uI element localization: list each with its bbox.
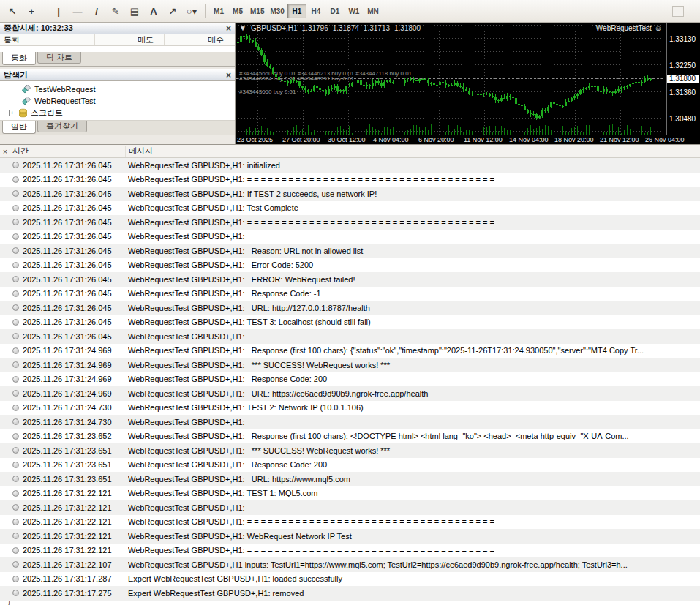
column-symbol[interactable]: 통화	[0, 34, 95, 45]
log-entry-icon	[12, 233, 19, 240]
log-row[interactable]: 2025.11.26 17:31:23.652WebRequestTest GB…	[0, 429, 700, 444]
log-row[interactable]: 2025.11.26 17:31:26.045WebRequestTest GB…	[0, 287, 700, 301]
log-row[interactable]: 2025.11.26 17:31:22.121WebRequestTest GB…	[0, 486, 700, 501]
shapes-tool-icon[interactable]: ○▾	[182, 2, 201, 20]
market-watch-title: 종합시세: 10:32:33	[4, 23, 73, 34]
toolbar-separator	[205, 4, 206, 18]
log-entry-icon	[12, 304, 19, 311]
log-row[interactable]: 2025.11.26 17:31:23.651WebRequestTest GB…	[0, 458, 700, 473]
terminal-partial-tab[interactable]: 그	[3, 598, 11, 605]
log-row[interactable]: 2025.11.26 17:31:22.121WebRequestTest GB…	[0, 515, 700, 530]
column-ask[interactable]: 매수	[165, 34, 234, 45]
log-row[interactable]: 2025.11.26 17:31:26.045WebRequestTest GB…	[0, 173, 700, 187]
tab-favorites[interactable]: 즐겨찾기	[37, 121, 87, 132]
log-row[interactable]: 2025.11.26 17:31:26.045WebRequestTest GB…	[0, 301, 700, 315]
nav-item-testwebrequest[interactable]: TestWebRequest	[0, 83, 235, 95]
log-row[interactable]: 2025.11.26 17:31:24.969WebRequestTest GB…	[0, 358, 700, 372]
log-row[interactable]: 2025.11.26 17:31:26.045WebRequestTest GB…	[0, 201, 700, 216]
timeframe-m30[interactable]: M30	[267, 4, 287, 18]
log-row[interactable]: 2025.11.26 17:31:22.107WebRequestTest GB…	[0, 557, 700, 572]
trendline-tool-icon[interactable]: /	[87, 2, 106, 20]
tab-common[interactable]: 일반	[2, 121, 36, 134]
chart-symbol: GBPUSD+,H1	[251, 24, 298, 32]
chart-panel[interactable]: ▼ GBPUSD+,H1 1.31796 1.31874 1.31713 1.3…	[236, 23, 700, 144]
log-message: WebRequestTest GBPUSD+,H1: ERROR: WebReq…	[128, 275, 700, 284]
window-button[interactable]	[672, 6, 684, 17]
log-entry-icon	[12, 405, 19, 411]
chart-plot-area[interactable]: ▼ GBPUSD+,H1 1.31796 1.31874 1.31713 1.3…	[236, 23, 666, 135]
close-icon[interactable]: ×	[226, 24, 231, 33]
symbol-dropdown-icon[interactable]: ▼	[239, 24, 246, 32]
log-time: 2025.11.26 17:31:22.121	[23, 546, 124, 555]
log-row[interactable]: 2025.11.26 17:31:22.121WebRequestTest GB…	[0, 500, 700, 515]
log-row[interactable]: 2025.11.26 17:31:24.969WebRequestTest GB…	[0, 372, 700, 387]
crosshair-tool-icon[interactable]: +	[22, 2, 41, 20]
timeframe-m15[interactable]: M15	[247, 4, 267, 18]
timeframe-h4[interactable]: H4	[306, 4, 325, 18]
log-entry-icon	[12, 462, 19, 468]
log-row[interactable]: 2025.11.26 17:31:24.730WebRequestTest GB…	[0, 415, 700, 429]
tab-symbols[interactable]: 통화	[2, 52, 36, 65]
log-message: WebRequestTest GBPUSD+,H1: Response Code…	[128, 460, 700, 469]
log-row[interactable]: 2025.11.26 17:31:24.969WebRequestTest GB…	[0, 386, 700, 401]
date-axis[interactable]: 23 Oct 202527 Oct 20:0030 Oct 12:004 Nov…	[236, 135, 700, 144]
log-row[interactable]: 2025.11.26 17:31:22.121WebRequestTest GB…	[0, 544, 700, 558]
log-row[interactable]: 2025.11.26 17:31:26.045WebRequestTest GB…	[0, 158, 700, 173]
log-row[interactable]: 2025.11.26 17:31:24.969WebRequestTest GB…	[0, 344, 700, 358]
log-message: WebRequestTest GBPUSD+,H1:	[128, 332, 700, 341]
column-message[interactable]: 메시지	[126, 146, 153, 157]
horizontal-line-tool-icon[interactable]: —	[68, 2, 87, 20]
cursor-tool-icon[interactable]: ↖	[3, 2, 22, 20]
log-time: 2025.11.26 17:31:26.045	[23, 161, 124, 170]
log-row[interactable]: 2025.11.26 17:31:26.045WebRequestTest GB…	[0, 244, 700, 258]
close-icon[interactable]: ×	[0, 147, 10, 156]
ea-smiley-icon[interactable]: ☺	[655, 24, 662, 32]
log-row[interactable]: 2025.11.26 17:31:26.045WebRequestTest GB…	[0, 215, 700, 230]
log-row[interactable]: 2025.11.26 17:31:23.651WebRequestTest GB…	[0, 443, 700, 458]
vertical-line-tool-icon[interactable]: |	[49, 2, 68, 20]
log-message: WebRequestTest GBPUSD+,H1: URL: http://1…	[128, 304, 700, 312]
nav-item-webrequesttest[interactable]: WebRequestTest	[0, 95, 235, 107]
timeframe-h1[interactable]: H1	[287, 4, 306, 18]
tab-tick-chart[interactable]: 틱 차트	[37, 52, 81, 64]
timeframe-m5[interactable]: M5	[228, 4, 247, 18]
fibonacci-tool-icon[interactable]: ▤	[125, 2, 144, 20]
log-row[interactable]: 2025.11.26 17:31:17.275Expert WebRequest…	[0, 586, 700, 601]
price-axis[interactable]: 1.331301.322501.313601.304801.31800	[666, 23, 700, 135]
log-time: 2025.11.26 17:31:26.045	[23, 218, 124, 227]
log-row[interactable]: 2025.11.26 17:31:26.045WebRequestTest GB…	[0, 258, 700, 273]
nav-item-label: 스크립트	[31, 108, 63, 119]
arrows-tool-icon[interactable]: ↗	[163, 2, 182, 20]
log-row[interactable]: 2025.11.26 17:31:26.045WebRequestTest GB…	[0, 272, 700, 287]
column-bid[interactable]: 매도	[95, 34, 165, 45]
log-time: 2025.11.26 17:31:24.969	[23, 375, 124, 383]
toolbar-separator	[45, 4, 45, 18]
log-row[interactable]: 2025.11.26 17:31:22.121WebRequestTest GB…	[0, 529, 700, 544]
log-row[interactable]: 2025.11.26 17:31:23.651WebRequestTest GB…	[0, 472, 700, 486]
timeframe-d1[interactable]: D1	[325, 4, 345, 18]
log-entry-icon	[12, 361, 19, 368]
text-tool-icon[interactable]: A	[144, 2, 163, 20]
log-row[interactable]: 2025.11.26 17:31:26.045WebRequestTest GB…	[0, 315, 700, 330]
log-row[interactable]: 2025.11.26 17:31:24.730WebRequestTest GB…	[0, 401, 700, 416]
timeframe-w1[interactable]: W1	[345, 4, 364, 18]
log-row[interactable]: 2025.11.26 17:31:26.045WebRequestTest GB…	[0, 230, 700, 244]
channel-tool-icon[interactable]: ✎	[106, 2, 125, 20]
log-row[interactable]: 2025.11.26 17:31:26.045WebRequestTest GB…	[0, 329, 700, 344]
ohlc-low: 1.31713	[364, 24, 390, 32]
nav-item-scripts[interactable]: +스크립트	[0, 107, 235, 119]
log-entry-icon	[12, 590, 19, 596]
market-watch-list[interactable]	[0, 46, 235, 52]
close-icon[interactable]: ×	[226, 71, 231, 80]
date-axis-label: 23 Oct 2025	[237, 136, 273, 143]
timeframe-m1[interactable]: M1	[209, 4, 228, 18]
expand-icon[interactable]: +	[9, 110, 15, 116]
ohlc-high: 1.31874	[333, 24, 359, 32]
log-row[interactable]: 2025.11.26 17:31:17.287Expert WebRequest…	[0, 572, 700, 587]
current-price-label: 1.31800	[667, 75, 699, 83]
log-time: 2025.11.26 17:31:17.275	[23, 589, 124, 598]
log-entry-icon	[12, 519, 19, 525]
column-time[interactable]: 시간	[10, 146, 126, 157]
timeframe-mn[interactable]: MN	[364, 4, 383, 18]
log-row[interactable]: 2025.11.26 17:31:26.045WebRequestTest GB…	[0, 187, 700, 201]
